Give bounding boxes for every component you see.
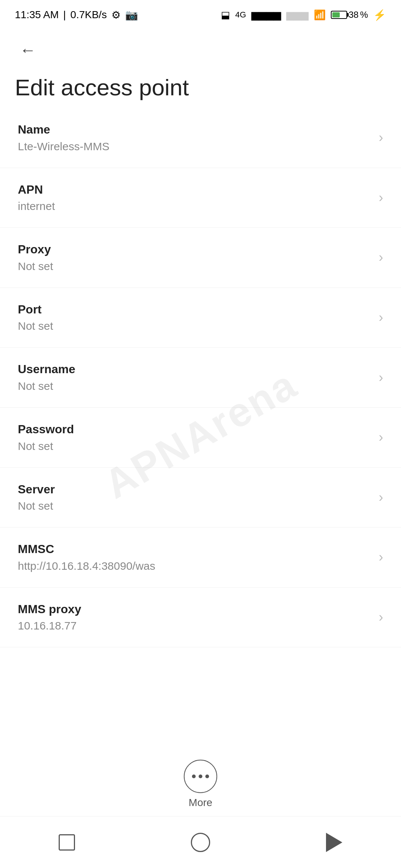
- settings-list: Name Lte-Wireless-MMS › APN internet › P…: [0, 108, 401, 647]
- settings-label-name: Name: [18, 122, 371, 138]
- settings-item-password[interactable]: Password Not set ›: [0, 408, 401, 468]
- settings-item-apn[interactable]: APN internet ›: [0, 168, 401, 228]
- settings-value-username: Not set: [18, 379, 371, 393]
- header: ← Edit access point: [0, 30, 401, 108]
- chevron-server-icon: ›: [379, 490, 383, 505]
- settings-value-mms-proxy: 10.16.18.77: [18, 618, 371, 633]
- separator: |: [63, 9, 66, 21]
- signal-bars-icon: ▆▆▆▆: [251, 9, 281, 21]
- nav-bar: [0, 816, 401, 868]
- more-label: More: [189, 797, 212, 809]
- settings-label-apn: APN: [18, 182, 371, 198]
- settings-item-username-content: Username Not set: [18, 362, 371, 393]
- settings-label-username: Username: [18, 362, 371, 377]
- settings-value-password: Not set: [18, 439, 371, 453]
- chevron-password-icon: ›: [379, 430, 383, 445]
- settings-item-mms-proxy[interactable]: MMS proxy 10.16.18.77 ›: [0, 588, 401, 648]
- settings-item-server[interactable]: Server Not set ›: [0, 468, 401, 528]
- settings-value-server: Not set: [18, 499, 371, 513]
- chevron-name-icon: ›: [379, 130, 383, 145]
- signal-bars2-icon: ▆▆▆: [286, 9, 309, 21]
- back-arrow-icon: ←: [20, 41, 36, 59]
- bluetooth-icon: ⬓: [221, 9, 230, 21]
- settings-value-apn: internet: [18, 199, 371, 213]
- settings-item-username[interactable]: Username Not set ›: [0, 348, 401, 408]
- charging-icon: ⚡: [373, 9, 386, 21]
- status-left: 11:35 AM | 0.7KB/s ⚙ 📷: [15, 9, 138, 21]
- settings-item-mmsc[interactable]: MMSC http://10.16.18.4:38090/was ›: [0, 527, 401, 588]
- chevron-port-icon: ›: [379, 310, 383, 325]
- settings-icon: ⚙: [111, 9, 121, 21]
- back-triangle-icon: [326, 833, 342, 852]
- chevron-mms-proxy-icon: ›: [379, 609, 383, 625]
- time-display: 11:35 AM: [15, 9, 59, 21]
- status-bar: 11:35 AM | 0.7KB/s ⚙ 📷 ⬓ 4G ▆▆▆▆ ▆▆▆ 📶 3…: [0, 0, 401, 30]
- settings-label-mmsc: MMSC: [18, 542, 371, 557]
- settings-value-proxy: Not set: [18, 259, 371, 273]
- settings-label-proxy: Proxy: [18, 242, 371, 257]
- video-icon: 📷: [125, 9, 138, 21]
- settings-label-mms-proxy: MMS proxy: [18, 602, 371, 617]
- settings-item-proxy[interactable]: Proxy Not set ›: [0, 228, 401, 288]
- recents-square-icon: [59, 834, 75, 851]
- more-button[interactable]: More: [184, 760, 217, 809]
- back-button[interactable]: ←: [15, 37, 41, 63]
- battery-percent: 38: [349, 10, 359, 20]
- settings-item-mms-proxy-content: MMS proxy 10.16.18.77: [18, 602, 371, 633]
- settings-item-port[interactable]: Port Not set ›: [0, 288, 401, 348]
- chevron-proxy-icon: ›: [379, 250, 383, 265]
- speed-display: 0.7KB/s: [71, 9, 107, 21]
- settings-item-proxy-content: Proxy Not set: [18, 242, 371, 273]
- chevron-username-icon: ›: [379, 370, 383, 385]
- home-circle-icon: [191, 833, 210, 852]
- settings-value-mmsc: http://10.16.18.4:38090/was: [18, 559, 371, 573]
- page-title: Edit access point: [15, 63, 386, 108]
- settings-item-name-content: Name Lte-Wireless-MMS: [18, 122, 371, 154]
- nav-home-button[interactable]: [182, 828, 219, 857]
- settings-item-mmsc-content: MMSC http://10.16.18.4:38090/was: [18, 542, 371, 573]
- settings-label-port: Port: [18, 302, 371, 318]
- signal-4g-icon: 4G: [235, 10, 246, 20]
- settings-item-port-content: Port Not set: [18, 302, 371, 333]
- settings-value-port: Not set: [18, 319, 371, 333]
- battery-indicator: 38 %: [331, 10, 368, 20]
- settings-item-server-content: Server Not set: [18, 482, 371, 513]
- settings-item-password-content: Password Not set: [18, 422, 371, 453]
- settings-label-server: Server: [18, 482, 371, 497]
- nav-back-button[interactable]: [316, 828, 353, 857]
- nav-recents-button[interactable]: [48, 828, 85, 857]
- settings-item-apn-content: APN internet: [18, 182, 371, 214]
- chevron-apn-icon: ›: [379, 190, 383, 206]
- settings-item-name[interactable]: Name Lte-Wireless-MMS ›: [0, 108, 401, 168]
- battery-percent-sign: %: [360, 10, 368, 20]
- wifi-icon: 📶: [314, 9, 326, 21]
- status-right: ⬓ 4G ▆▆▆▆ ▆▆▆ 📶 38 % ⚡: [221, 9, 386, 21]
- chevron-mmsc-icon: ›: [379, 549, 383, 565]
- more-dots-icon: [184, 760, 217, 793]
- settings-label-password: Password: [18, 422, 371, 437]
- settings-value-name: Lte-Wireless-MMS: [18, 139, 371, 154]
